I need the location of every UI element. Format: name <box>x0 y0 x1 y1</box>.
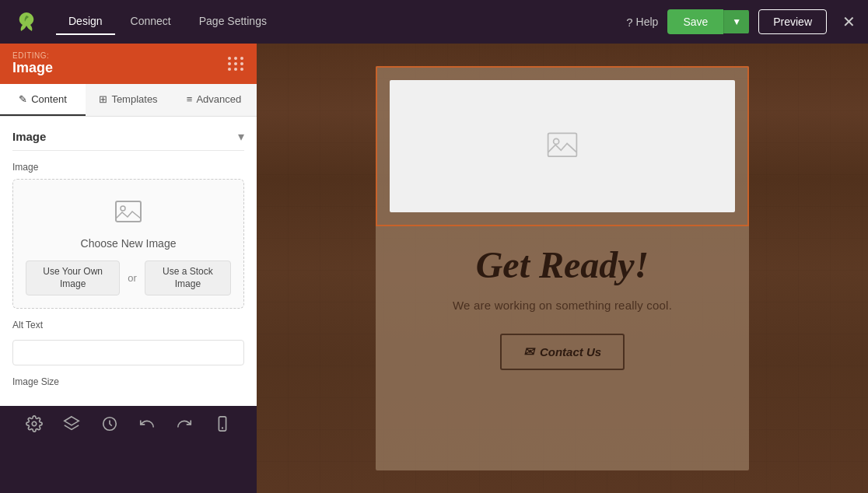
svg-point-1 <box>121 206 125 211</box>
layers-icon[interactable] <box>63 415 80 436</box>
history-icon[interactable] <box>101 415 118 436</box>
svg-point-8 <box>554 138 559 144</box>
get-ready-heading: Get Ready! <box>407 245 718 286</box>
dot <box>228 68 231 71</box>
templates-icon: ⊞ <box>99 93 107 105</box>
undo-icon[interactable] <box>138 415 156 436</box>
or-label: or <box>128 272 137 284</box>
app-logo[interactable] <box>12 8 40 36</box>
dot <box>228 62 231 65</box>
drag-handle[interactable] <box>228 57 244 71</box>
envelope-icon: ✉ <box>523 344 534 359</box>
section-chevron-icon[interactable]: ▾ <box>238 129 244 144</box>
tab-content[interactable]: ✎ Content <box>0 84 86 116</box>
dot <box>234 68 237 71</box>
use-own-image-button[interactable]: Use Your Own Image <box>26 260 120 295</box>
sliders-icon: ≡ <box>187 93 193 105</box>
svg-marker-3 <box>65 417 79 425</box>
main-area: EDITING: Image ✎ <box>0 44 868 493</box>
dot <box>234 62 237 65</box>
svg-rect-7 <box>548 133 577 156</box>
nav-tab-design[interactable]: Design <box>56 9 115 35</box>
image-placeholder-box <box>390 80 735 212</box>
svg-point-2 <box>32 421 37 426</box>
save-button-group: Save ▼ <box>667 9 749 34</box>
page-content: Get Ready! We are working on something r… <box>376 226 749 395</box>
preview-button[interactable]: Preview <box>758 9 827 34</box>
dot <box>240 68 243 71</box>
pencil-icon: ✎ <box>19 93 27 105</box>
section-header: Image ▾ <box>12 129 244 151</box>
section-title: Image <box>12 130 46 143</box>
left-panel-wrap: EDITING: Image ✎ <box>0 44 257 493</box>
panel-content: Image ▾ Image Choose New Image <box>0 117 257 406</box>
dot <box>240 57 243 60</box>
save-button[interactable]: Save <box>667 9 723 34</box>
nav-tab-page-settings[interactable]: Page Settings <box>187 9 279 35</box>
page-card: Get Ready! We are working on something r… <box>376 66 749 470</box>
bottom-toolbar <box>0 406 257 445</box>
save-dropdown-button[interactable]: ▼ <box>723 10 749 33</box>
tab-advanced[interactable]: ≡ Advanced <box>171 84 257 116</box>
editing-label: EDITING: <box>12 51 53 60</box>
panel-tabs: ✎ Content ⊞ Templates ≡ Advanced <box>0 84 257 117</box>
dot <box>240 62 243 65</box>
image-placeholder-icon <box>114 198 142 229</box>
tab-templates[interactable]: ⊞ Templates <box>86 84 171 116</box>
redo-icon[interactable] <box>176 415 193 436</box>
top-navigation: Design Connect Page Settings ? Help Save… <box>0 0 868 44</box>
editing-header: EDITING: Image <box>0 44 257 84</box>
svg-rect-0 <box>116 201 141 222</box>
image-size-label: Image Size <box>12 376 244 387</box>
image-chooser: Choose New Image Use Your Own Image or U… <box>12 179 244 309</box>
choose-image-text: Choose New Image <box>81 237 177 250</box>
nav-tab-connect[interactable]: Connect <box>118 9 184 35</box>
canvas-area: Get Ready! We are working on something r… <box>257 44 868 493</box>
use-stock-image-button[interactable]: Use a Stock Image <box>145 260 231 295</box>
left-panel: EDITING: Image ✎ <box>0 44 257 445</box>
image-field-label: Image <box>12 162 244 173</box>
contact-btn-label: Contact Us <box>540 345 601 358</box>
working-subtext: We are working on something really cool. <box>407 299 718 312</box>
editing-title: Image <box>12 60 53 76</box>
help-circle-icon: ? <box>626 16 632 29</box>
nav-right: ? Help Save ▼ Preview ✕ <box>626 9 856 34</box>
settings-icon[interactable] <box>26 415 43 436</box>
image-buttons: Use Your Own Image or Use a Stock Image <box>26 260 231 295</box>
dot <box>234 57 237 60</box>
help-button[interactable]: ? Help <box>626 16 658 29</box>
image-selected-area[interactable] <box>376 66 749 226</box>
nav-tabs: Design Connect Page Settings <box>56 9 279 35</box>
alt-text-label: Alt Text <box>12 320 244 330</box>
mobile-icon[interactable] <box>214 415 231 436</box>
contact-us-button[interactable]: ✉ Contact Us <box>500 334 625 370</box>
dot <box>228 57 231 60</box>
close-button[interactable]: ✕ <box>842 12 856 31</box>
alt-text-input[interactable] <box>12 340 244 365</box>
